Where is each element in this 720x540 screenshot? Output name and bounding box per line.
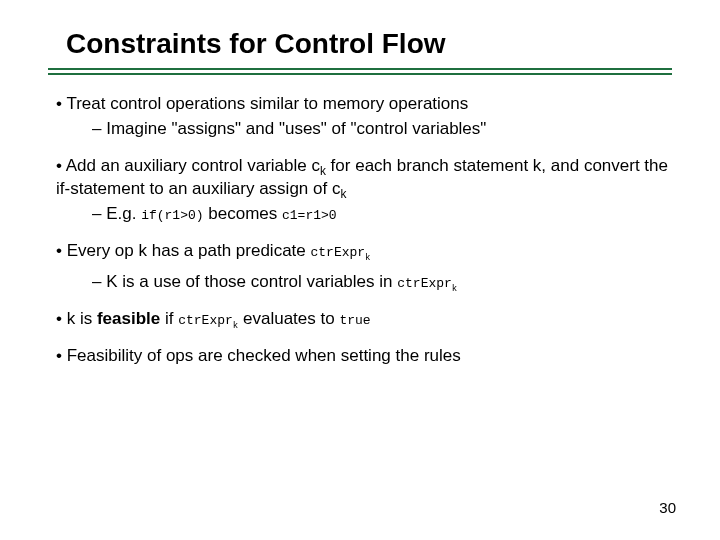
title-underline — [48, 68, 672, 75]
b2-part-b: for each branch statement — [326, 156, 533, 175]
b4-a: k is — [67, 309, 97, 328]
code-assign: c1=r1>0 — [282, 208, 337, 223]
b2-part-a: Add an auxiliary control variable — [66, 156, 312, 175]
b2s1-a: E.g. — [106, 204, 141, 223]
bullet-1-sub-1: Imagine "assigns" and "uses" of "control… — [92, 118, 672, 141]
bullet-4: k is feasible if ctrExprk evaluates to t… — [56, 308, 672, 331]
bullet-5-text: Feasibility of ops are checked when sett… — [67, 346, 461, 365]
code-true: true — [339, 313, 370, 328]
bullet-3: Every op k has a path predicate ctrExprk — [56, 240, 672, 263]
bullet-marker — [56, 94, 66, 113]
dash-marker — [92, 119, 106, 138]
bullet-marker — [56, 241, 67, 260]
bullet-3-sub-1: K is a use of those control variables in… — [92, 271, 672, 294]
bullet-marker — [56, 309, 67, 328]
code-if: if(r1>0) — [141, 208, 203, 223]
bullet-1-text: Treat control operations similar to memo… — [66, 94, 468, 113]
slide-title: Constraints for Control Flow — [66, 28, 672, 60]
b4-c: if — [160, 309, 178, 328]
var-ck: ck — [311, 156, 325, 175]
code-ctrexpr: ctrExprk — [311, 245, 371, 260]
code-ctrexpr-2: ctrExprk — [397, 276, 457, 291]
bullet-5: Feasibility of ops are checked when sett… — [56, 345, 672, 368]
bullet-1: Treat control operations similar to memo… — [56, 93, 672, 116]
b3-a: Every op k has a path predicate — [67, 241, 311, 260]
b4-feasible: feasible — [97, 309, 160, 328]
slide: Constraints for Control Flow Treat contr… — [0, 0, 720, 540]
slide-body: Treat control operations similar to memo… — [48, 93, 672, 367]
bullet-marker — [56, 156, 66, 175]
bullet-marker — [56, 346, 67, 365]
b4-d: evaluates to — [238, 309, 339, 328]
b2s1-b: becomes — [204, 204, 282, 223]
page-number: 30 — [659, 499, 676, 516]
var-ck-2: ck — [332, 179, 346, 198]
b3s1-a: K is a use of those control variables in — [106, 272, 397, 291]
bullet-2: Add an auxiliary control variable ck for… — [56, 155, 672, 201]
bullet-1-sub-1-text: Imagine "assigns" and "uses" of "control… — [106, 119, 486, 138]
dash-marker — [92, 204, 106, 223]
code-ctrexpr-3: ctrExprk — [178, 313, 238, 328]
bullet-2-sub-1: E.g. if(r1>0) becomes c1=r1>0 — [92, 203, 672, 226]
dash-marker — [92, 272, 106, 291]
